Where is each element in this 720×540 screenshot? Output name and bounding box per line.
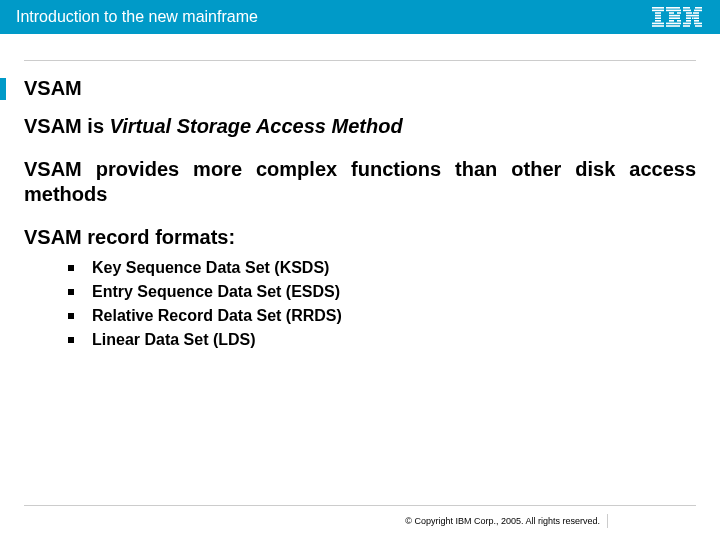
para1-emphasis: Virtual Storage Access Method bbox=[110, 115, 403, 137]
svg-rect-23 bbox=[693, 12, 699, 14]
footer-divider bbox=[24, 505, 696, 506]
svg-rect-27 bbox=[694, 17, 699, 19]
svg-rect-11 bbox=[677, 12, 681, 14]
svg-rect-13 bbox=[669, 17, 680, 19]
svg-rect-21 bbox=[694, 10, 702, 12]
svg-rect-1 bbox=[652, 10, 664, 12]
svg-rect-9 bbox=[666, 10, 681, 12]
copyright-text: © Copyright IBM Corp., 2005. All rights … bbox=[405, 516, 600, 526]
svg-rect-7 bbox=[652, 25, 664, 27]
footer-separator bbox=[607, 514, 608, 528]
svg-rect-15 bbox=[677, 20, 681, 22]
svg-rect-28 bbox=[686, 20, 691, 22]
slide-title-row: VSAM bbox=[0, 77, 696, 100]
svg-rect-19 bbox=[695, 7, 702, 9]
svg-rect-5 bbox=[655, 20, 661, 22]
list-item: Entry Sequence Data Set (ESDS) bbox=[68, 280, 696, 304]
svg-rect-32 bbox=[683, 25, 690, 27]
svg-rect-2 bbox=[655, 12, 661, 14]
list-item: Key Sequence Data Set (KSDS) bbox=[68, 256, 696, 280]
slide: Introduction to the new mainframe bbox=[0, 0, 720, 540]
svg-rect-12 bbox=[669, 15, 680, 17]
title-accent bbox=[0, 78, 6, 100]
para1-prefix: VSAM is bbox=[24, 115, 110, 137]
slide-title: VSAM bbox=[24, 77, 82, 100]
svg-rect-22 bbox=[686, 12, 692, 14]
list-item: Linear Data Set (LDS) bbox=[68, 328, 696, 352]
svg-rect-18 bbox=[683, 7, 690, 9]
svg-rect-26 bbox=[692, 17, 694, 19]
svg-rect-29 bbox=[694, 20, 699, 22]
svg-rect-24 bbox=[686, 15, 699, 17]
svg-rect-6 bbox=[652, 23, 664, 25]
svg-rect-0 bbox=[652, 7, 664, 9]
svg-rect-20 bbox=[683, 10, 691, 12]
paragraph-description: VSAM provides more complex functions tha… bbox=[24, 157, 696, 207]
svg-rect-31 bbox=[694, 23, 702, 25]
svg-rect-30 bbox=[683, 23, 691, 25]
paragraph-definition: VSAM is Virtual Storage Access Method bbox=[24, 114, 696, 139]
svg-rect-17 bbox=[666, 25, 680, 27]
list-item: Relative Record Data Set (RRDS) bbox=[68, 304, 696, 328]
record-formats-list: Key Sequence Data Set (KSDS) Entry Seque… bbox=[68, 256, 696, 352]
paragraph-formats-heading: VSAM record formats: bbox=[24, 225, 696, 250]
svg-rect-14 bbox=[669, 20, 674, 22]
svg-rect-16 bbox=[666, 23, 681, 25]
ibm-logo-icon bbox=[652, 7, 702, 27]
svg-rect-33 bbox=[695, 25, 702, 27]
divider bbox=[24, 60, 696, 61]
svg-rect-10 bbox=[669, 12, 674, 14]
svg-rect-4 bbox=[655, 17, 661, 19]
header-bar: Introduction to the new mainframe bbox=[0, 0, 720, 34]
header-title: Introduction to the new mainframe bbox=[16, 8, 258, 26]
footer: © Copyright IBM Corp., 2005. All rights … bbox=[24, 505, 696, 526]
content-area: VSAM VSAM is Virtual Storage Access Meth… bbox=[0, 77, 720, 352]
svg-rect-3 bbox=[655, 15, 661, 17]
svg-rect-25 bbox=[686, 17, 691, 19]
svg-rect-8 bbox=[666, 7, 680, 9]
